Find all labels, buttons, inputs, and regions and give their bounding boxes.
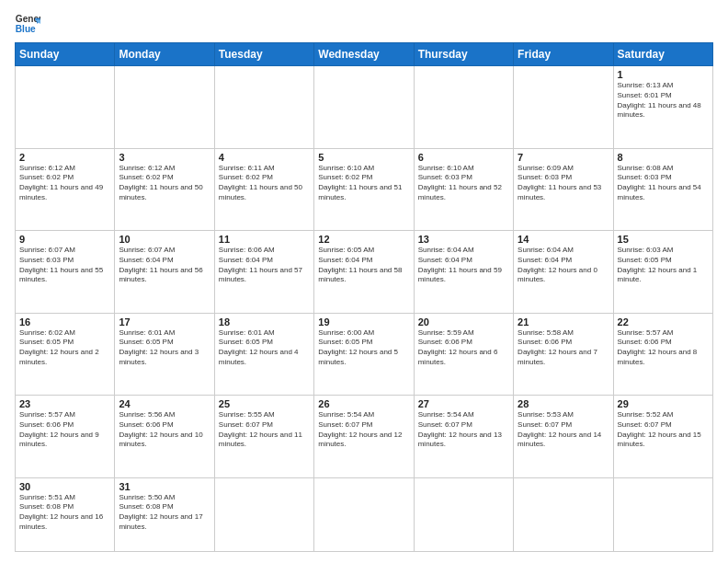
day-cell: 14Sunrise: 6:04 AMSunset: 6:04 PMDayligh… [514, 231, 613, 314]
logo: General Blue [15, 11, 40, 37]
day-number: 5 [318, 152, 409, 163]
day-info: Sunrise: 5:56 AMSunset: 6:06 PMDaylight:… [119, 410, 210, 450]
day-info: Sunrise: 6:03 AMSunset: 6:05 PMDaylight:… [618, 246, 709, 285]
weekday-header-monday: Monday [115, 43, 214, 66]
day-cell: 22Sunrise: 5:57 AMSunset: 6:06 PMDayligh… [613, 313, 712, 396]
day-cell: 16Sunrise: 6:02 AMSunset: 6:05 PMDayligh… [16, 313, 115, 396]
day-cell: 7Sunrise: 6:09 AMSunset: 6:03 PMDaylight… [514, 148, 613, 231]
day-cell [613, 477, 712, 551]
day-number: 14 [518, 234, 609, 245]
day-cell: 18Sunrise: 6:01 AMSunset: 6:05 PMDayligh… [214, 313, 313, 396]
day-number: 3 [119, 152, 210, 163]
day-number: 30 [19, 481, 110, 492]
day-cell: 13Sunrise: 6:04 AMSunset: 6:04 PMDayligh… [414, 231, 513, 314]
day-info: Sunrise: 6:08 AMSunset: 6:03 PMDaylight:… [618, 164, 709, 203]
day-info: Sunrise: 6:10 AMSunset: 6:02 PMDaylight:… [318, 164, 409, 203]
day-number: 7 [518, 152, 609, 163]
day-cell [414, 66, 513, 149]
day-cell: 27Sunrise: 5:54 AMSunset: 6:07 PMDayligh… [414, 396, 513, 478]
day-cell: 24Sunrise: 5:56 AMSunset: 6:06 PMDayligh… [115, 396, 214, 478]
day-cell: 9Sunrise: 6:07 AMSunset: 6:03 PMDaylight… [16, 231, 115, 314]
calendar-body: 1Sunrise: 6:13 AMSunset: 6:01 PMDaylight… [16, 66, 713, 552]
day-cell: 5Sunrise: 6:10 AMSunset: 6:02 PMDaylight… [314, 148, 414, 231]
day-info: Sunrise: 6:12 AMSunset: 6:02 PMDaylight:… [19, 164, 110, 203]
week-row-2: 9Sunrise: 6:07 AMSunset: 6:03 PMDaylight… [16, 231, 713, 314]
day-cell: 1Sunrise: 6:13 AMSunset: 6:01 PMDaylight… [613, 66, 712, 149]
week-row-1: 2Sunrise: 6:12 AMSunset: 6:02 PMDaylight… [16, 148, 713, 231]
day-info: Sunrise: 5:52 AMSunset: 6:07 PMDaylight:… [618, 410, 709, 450]
day-number: 16 [19, 316, 110, 327]
day-number: 19 [318, 316, 409, 327]
day-info: Sunrise: 6:01 AMSunset: 6:05 PMDaylight:… [119, 328, 210, 368]
svg-text:Blue: Blue [16, 24, 36, 34]
day-cell: 25Sunrise: 5:55 AMSunset: 6:07 PMDayligh… [214, 396, 313, 478]
weekday-header-wednesday: Wednesday [314, 43, 414, 66]
day-info: Sunrise: 5:58 AMSunset: 6:06 PMDaylight:… [518, 328, 609, 368]
day-number: 15 [618, 234, 709, 245]
weekday-header-tuesday: Tuesday [214, 43, 313, 66]
day-number: 27 [418, 398, 509, 409]
day-cell: 12Sunrise: 6:05 AMSunset: 6:04 PMDayligh… [314, 231, 414, 314]
day-cell [314, 477, 414, 551]
day-cell: 2Sunrise: 6:12 AMSunset: 6:02 PMDaylight… [16, 148, 115, 231]
day-info: Sunrise: 5:51 AMSunset: 6:08 PMDaylight:… [19, 493, 110, 533]
day-number: 21 [518, 316, 609, 327]
day-cell: 17Sunrise: 6:01 AMSunset: 6:05 PMDayligh… [115, 313, 214, 396]
day-info: Sunrise: 6:05 AMSunset: 6:04 PMDaylight:… [318, 246, 409, 285]
day-number: 25 [219, 398, 310, 409]
day-info: Sunrise: 6:12 AMSunset: 6:02 PMDaylight:… [119, 164, 210, 203]
day-cell: 11Sunrise: 6:06 AMSunset: 6:04 PMDayligh… [214, 231, 313, 314]
day-info: Sunrise: 6:10 AMSunset: 6:03 PMDaylight:… [418, 164, 509, 203]
day-number: 11 [219, 234, 310, 245]
day-cell [514, 66, 613, 149]
weekday-header-saturday: Saturday [613, 43, 712, 66]
day-info: Sunrise: 6:02 AMSunset: 6:05 PMDaylight:… [19, 328, 110, 368]
day-number: 26 [318, 398, 409, 409]
day-info: Sunrise: 5:55 AMSunset: 6:07 PMDaylight:… [219, 410, 310, 450]
header: General Blue [15, 11, 713, 37]
day-cell: 23Sunrise: 5:57 AMSunset: 6:06 PMDayligh… [16, 396, 115, 478]
day-cell [514, 477, 613, 551]
day-info: Sunrise: 5:53 AMSunset: 6:07 PMDaylight:… [518, 410, 609, 450]
day-cell: 15Sunrise: 6:03 AMSunset: 6:05 PMDayligh… [613, 231, 712, 314]
day-cell: 6Sunrise: 6:10 AMSunset: 6:03 PMDaylight… [414, 148, 513, 231]
week-row-4: 23Sunrise: 5:57 AMSunset: 6:06 PMDayligh… [16, 396, 713, 478]
calendar-table: SundayMondayTuesdayWednesdayThursdayFrid… [15, 42, 713, 552]
week-row-0: 1Sunrise: 6:13 AMSunset: 6:01 PMDaylight… [16, 66, 713, 149]
day-info: Sunrise: 5:57 AMSunset: 6:06 PMDaylight:… [19, 410, 110, 450]
day-number: 8 [618, 152, 709, 163]
weekday-header-friday: Friday [514, 43, 613, 66]
day-cell: 3Sunrise: 6:12 AMSunset: 6:02 PMDaylight… [115, 148, 214, 231]
day-number: 29 [618, 398, 709, 409]
calendar-header: SundayMondayTuesdayWednesdayThursdayFrid… [16, 43, 713, 66]
day-info: Sunrise: 5:59 AMSunset: 6:06 PMDaylight:… [418, 328, 509, 368]
day-number: 10 [119, 234, 210, 245]
day-cell: 19Sunrise: 6:00 AMSunset: 6:05 PMDayligh… [314, 313, 414, 396]
day-cell: 10Sunrise: 6:07 AMSunset: 6:04 PMDayligh… [115, 231, 214, 314]
day-cell: 30Sunrise: 5:51 AMSunset: 6:08 PMDayligh… [16, 477, 115, 551]
day-number: 17 [119, 316, 210, 327]
logo-icon: General Blue [15, 11, 40, 37]
day-info: Sunrise: 5:50 AMSunset: 6:08 PMDaylight:… [119, 493, 210, 533]
day-cell: 21Sunrise: 5:58 AMSunset: 6:06 PMDayligh… [514, 313, 613, 396]
day-number: 1 [618, 69, 709, 80]
day-cell [414, 477, 513, 551]
weekday-header-thursday: Thursday [414, 43, 513, 66]
day-cell: 26Sunrise: 5:54 AMSunset: 6:07 PMDayligh… [314, 396, 414, 478]
day-number: 13 [418, 234, 509, 245]
day-cell [214, 477, 313, 551]
day-cell: 8Sunrise: 6:08 AMSunset: 6:03 PMDaylight… [613, 148, 712, 231]
day-info: Sunrise: 6:01 AMSunset: 6:05 PMDaylight:… [219, 328, 310, 368]
day-number: 18 [219, 316, 310, 327]
day-cell [314, 66, 414, 149]
day-info: Sunrise: 6:09 AMSunset: 6:03 PMDaylight:… [518, 164, 609, 203]
day-info: Sunrise: 6:07 AMSunset: 6:03 PMDaylight:… [19, 246, 110, 285]
day-number: 2 [19, 152, 110, 163]
day-cell [214, 66, 313, 149]
day-info: Sunrise: 6:00 AMSunset: 6:05 PMDaylight:… [318, 328, 409, 368]
day-info: Sunrise: 5:57 AMSunset: 6:06 PMDaylight:… [618, 328, 709, 368]
day-info: Sunrise: 6:11 AMSunset: 6:02 PMDaylight:… [219, 164, 310, 203]
day-cell: 20Sunrise: 5:59 AMSunset: 6:06 PMDayligh… [414, 313, 513, 396]
day-cell: 29Sunrise: 5:52 AMSunset: 6:07 PMDayligh… [613, 396, 712, 478]
day-number: 28 [518, 398, 609, 409]
